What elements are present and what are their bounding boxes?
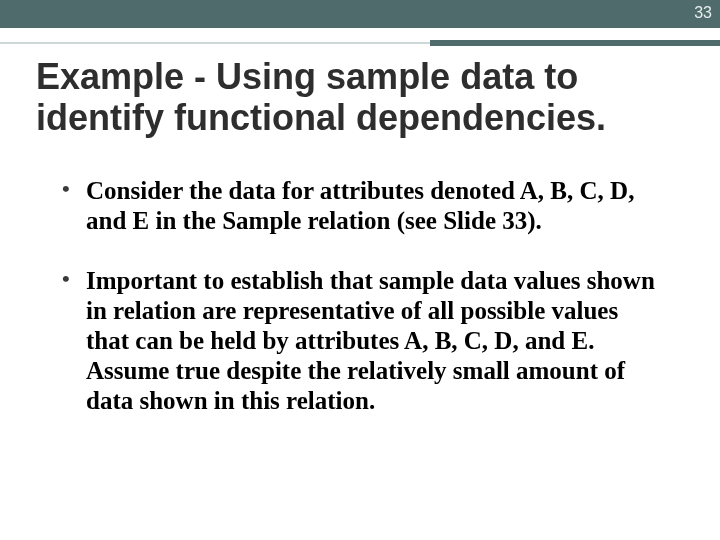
divider-dark-tab (430, 40, 720, 46)
page-number: 33 (694, 4, 712, 22)
bullet-item: Important to establish that sample data … (56, 266, 664, 416)
slide-title: Example - Using sample data to identify … (36, 56, 684, 139)
slide: 33 Example - Using sample data to identi… (0, 0, 720, 540)
header-bar: 33 (0, 0, 720, 28)
slide-body: Consider the data for attributes denoted… (56, 176, 664, 446)
bullet-item: Consider the data for attributes denoted… (56, 176, 664, 236)
